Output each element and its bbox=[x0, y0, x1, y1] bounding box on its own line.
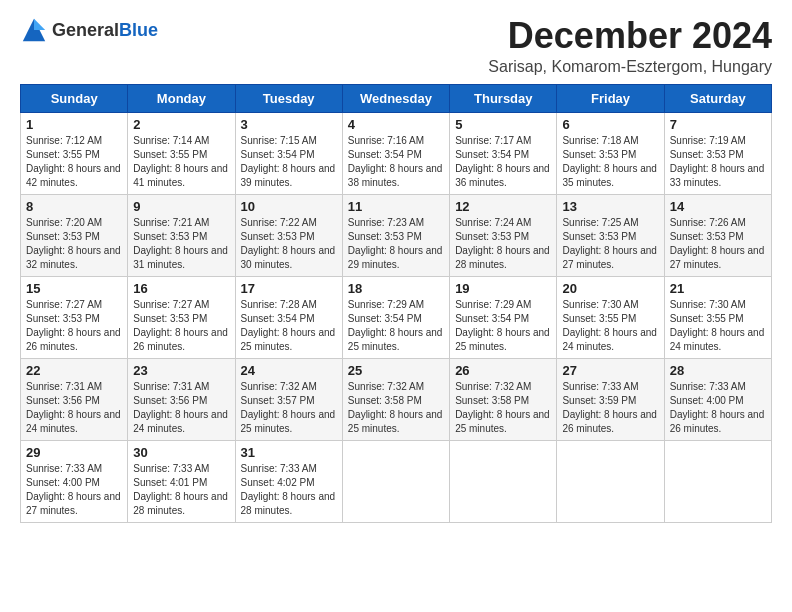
day-6: 6 Sunrise: 7:18 AMSunset: 3:53 PMDayligh… bbox=[557, 112, 664, 194]
empty-7 bbox=[664, 440, 771, 522]
day-28: 28 Sunrise: 7:33 AMSunset: 4:00 PMDaylig… bbox=[664, 358, 771, 440]
day-24: 24 Sunrise: 7:32 AMSunset: 3:57 PMDaylig… bbox=[235, 358, 342, 440]
day-30: 30 Sunrise: 7:33 AMSunset: 4:01 PMDaylig… bbox=[128, 440, 235, 522]
day-4: 4 Sunrise: 7:16 AMSunset: 3:54 PMDayligh… bbox=[342, 112, 449, 194]
col-friday: Friday bbox=[557, 84, 664, 112]
week-1: 1 Sunrise: 7:12 AMSunset: 3:55 PMDayligh… bbox=[21, 112, 772, 194]
location-subtitle: Sarisap, Komarom-Esztergom, Hungary bbox=[488, 58, 772, 76]
col-thursday: Thursday bbox=[450, 84, 557, 112]
week-3: 15 Sunrise: 7:27 AMSunset: 3:53 PMDaylig… bbox=[21, 276, 772, 358]
calendar-table: Sunday Monday Tuesday Wednesday Thursday… bbox=[20, 84, 772, 523]
header-row: Sunday Monday Tuesday Wednesday Thursday… bbox=[21, 84, 772, 112]
week-5: 29 Sunrise: 7:33 AMSunset: 4:00 PMDaylig… bbox=[21, 440, 772, 522]
day-25: 25 Sunrise: 7:32 AMSunset: 3:58 PMDaylig… bbox=[342, 358, 449, 440]
svg-marker-1 bbox=[34, 19, 45, 30]
col-wednesday: Wednesday bbox=[342, 84, 449, 112]
logo: GeneralBlue bbox=[20, 16, 158, 44]
day-15: 15 Sunrise: 7:27 AMSunset: 3:53 PMDaylig… bbox=[21, 276, 128, 358]
day-16: 16 Sunrise: 7:27 AMSunset: 3:53 PMDaylig… bbox=[128, 276, 235, 358]
day-29: 29 Sunrise: 7:33 AMSunset: 4:00 PMDaylig… bbox=[21, 440, 128, 522]
day-26: 26 Sunrise: 7:32 AMSunset: 3:58 PMDaylig… bbox=[450, 358, 557, 440]
week-2: 8 Sunrise: 7:20 AMSunset: 3:53 PMDayligh… bbox=[21, 194, 772, 276]
title-section: December 2024 Sarisap, Komarom-Esztergom… bbox=[488, 16, 772, 76]
empty-5 bbox=[450, 440, 557, 522]
day-10: 10 Sunrise: 7:22 AMSunset: 3:53 PMDaylig… bbox=[235, 194, 342, 276]
col-saturday: Saturday bbox=[664, 84, 771, 112]
week-4: 22 Sunrise: 7:31 AMSunset: 3:56 PMDaylig… bbox=[21, 358, 772, 440]
logo-icon bbox=[20, 16, 48, 44]
day-13: 13 Sunrise: 7:25 AMSunset: 3:53 PMDaylig… bbox=[557, 194, 664, 276]
day-12: 12 Sunrise: 7:24 AMSunset: 3:53 PMDaylig… bbox=[450, 194, 557, 276]
day-23: 23 Sunrise: 7:31 AMSunset: 3:56 PMDaylig… bbox=[128, 358, 235, 440]
logo-general: General bbox=[52, 20, 119, 40]
day-22: 22 Sunrise: 7:31 AMSunset: 3:56 PMDaylig… bbox=[21, 358, 128, 440]
empty-4 bbox=[342, 440, 449, 522]
day-31: 31 Sunrise: 7:33 AMSunset: 4:02 PMDaylig… bbox=[235, 440, 342, 522]
logo-blue: Blue bbox=[119, 20, 158, 40]
empty-6 bbox=[557, 440, 664, 522]
day-5: 5 Sunrise: 7:17 AMSunset: 3:54 PMDayligh… bbox=[450, 112, 557, 194]
day-2: 2 Sunrise: 7:14 AMSunset: 3:55 PMDayligh… bbox=[128, 112, 235, 194]
day-18: 18 Sunrise: 7:29 AMSunset: 3:54 PMDaylig… bbox=[342, 276, 449, 358]
page-header: GeneralBlue December 2024 Sarisap, Komar… bbox=[20, 16, 772, 76]
day-11: 11 Sunrise: 7:23 AMSunset: 3:53 PMDaylig… bbox=[342, 194, 449, 276]
day-17: 17 Sunrise: 7:28 AMSunset: 3:54 PMDaylig… bbox=[235, 276, 342, 358]
day-20: 20 Sunrise: 7:30 AMSunset: 3:55 PMDaylig… bbox=[557, 276, 664, 358]
day-1: 1 Sunrise: 7:12 AMSunset: 3:55 PMDayligh… bbox=[21, 112, 128, 194]
day-19: 19 Sunrise: 7:29 AMSunset: 3:54 PMDaylig… bbox=[450, 276, 557, 358]
day-14: 14 Sunrise: 7:26 AMSunset: 3:53 PMDaylig… bbox=[664, 194, 771, 276]
day-27: 27 Sunrise: 7:33 AMSunset: 3:59 PMDaylig… bbox=[557, 358, 664, 440]
day-9: 9 Sunrise: 7:21 AMSunset: 3:53 PMDayligh… bbox=[128, 194, 235, 276]
col-monday: Monday bbox=[128, 84, 235, 112]
day-8: 8 Sunrise: 7:20 AMSunset: 3:53 PMDayligh… bbox=[21, 194, 128, 276]
day-21: 21 Sunrise: 7:30 AMSunset: 3:55 PMDaylig… bbox=[664, 276, 771, 358]
col-tuesday: Tuesday bbox=[235, 84, 342, 112]
col-sunday: Sunday bbox=[21, 84, 128, 112]
month-title: December 2024 bbox=[488, 16, 772, 56]
day-7: 7 Sunrise: 7:19 AMSunset: 3:53 PMDayligh… bbox=[664, 112, 771, 194]
day-3: 3 Sunrise: 7:15 AMSunset: 3:54 PMDayligh… bbox=[235, 112, 342, 194]
